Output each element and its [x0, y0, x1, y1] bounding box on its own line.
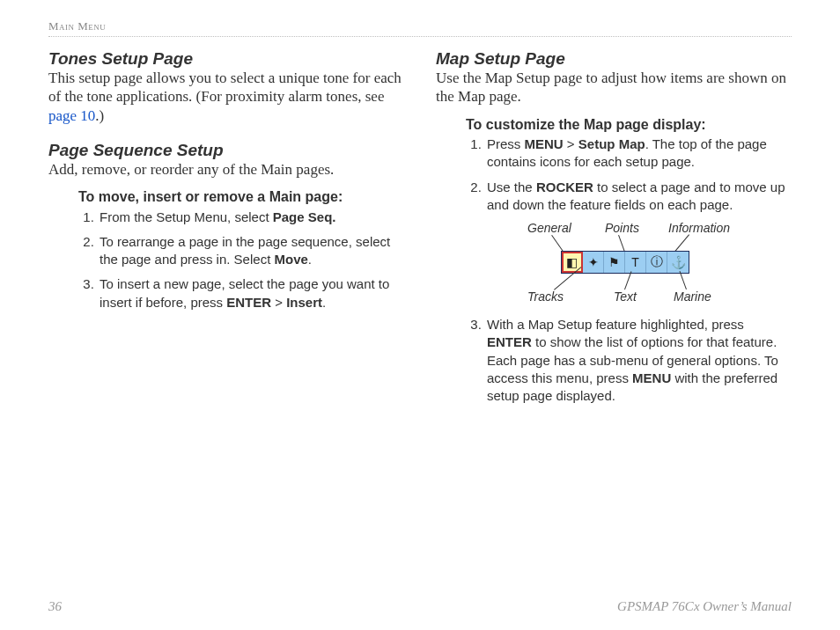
text: .)	[95, 107, 104, 124]
ui-term: MENU	[525, 136, 564, 151]
text: .	[322, 295, 326, 310]
procedure-steps: From the Setup Menu, select Page Seq. To…	[98, 209, 404, 311]
step: To insert a new page, select the page yo…	[98, 275, 404, 311]
ui-term: Move	[274, 252, 307, 267]
step: Use the ROCKER to select a page and to m…	[485, 179, 792, 215]
page-content: Main Menu Tones Setup Page This setup pa…	[48, 19, 792, 611]
text: >	[564, 136, 578, 151]
text: Use the	[487, 179, 536, 194]
step: With a Map Setup feature highlighted, pr…	[485, 316, 792, 405]
callout-line	[679, 271, 686, 289]
setup-map-toolbar-diagram: General Points Information ◧ ✦ ⚑ T ⓘ ⚓	[501, 221, 783, 305]
ui-term: MENU	[632, 370, 671, 385]
text: Press	[487, 136, 525, 151]
callout-line	[624, 271, 631, 289]
toolbar-icon-tracks: ✦	[583, 252, 604, 273]
toolbar-icon-points: ⚑	[604, 252, 625, 273]
step: To rearrange a page in the page sequence…	[98, 233, 404, 269]
ui-term: ROCKER	[536, 179, 593, 194]
manual-title: GPSMAP 76Cx Owner’s Manual	[617, 599, 792, 614]
procedure-heading: To customize the Map page display:	[466, 115, 792, 135]
ui-term: ENTER	[487, 334, 532, 349]
toolbar-icon-text: T	[625, 252, 646, 273]
section-heading-page-sequence: Page Sequence Setup	[48, 141, 404, 160]
procedure-steps-continued: With a Map Setup feature highlighted, pr…	[485, 316, 792, 405]
running-head: Main Menu	[48, 19, 792, 37]
ui-term: Setup Map	[578, 136, 645, 151]
ui-term: Insert	[286, 295, 322, 310]
callout-label-text: Text	[614, 289, 637, 304]
procedure-block: To customize the Map page display: Press…	[466, 115, 792, 406]
callout-label-points: Points	[605, 221, 639, 235]
left-column: Tones Setup Page This setup page allows …	[48, 44, 404, 405]
text: From the Setup Menu, select	[99, 209, 273, 224]
body-text: This setup page allows you to select a u…	[48, 69, 404, 125]
ui-term: ENTER	[226, 295, 271, 310]
ui-term: Page Seq.	[273, 209, 336, 224]
text: This setup page allows you to select a u…	[48, 70, 402, 105]
procedure-steps: Press MENU > Setup Map. The top of the p…	[485, 136, 792, 214]
body-text: Add, remove, or reorder any of the Main …	[48, 160, 404, 179]
setup-map-toolbar: ◧ ✦ ⚑ T ⓘ ⚓	[561, 251, 689, 274]
body-text: Use the Map Setup page to adjust how ite…	[436, 69, 792, 106]
callout-label-information: Information	[668, 221, 730, 235]
page-footer: 36 GPSMAP 76Cx Owner’s Manual	[48, 599, 792, 614]
step: Press MENU > Setup Map. The top of the p…	[485, 136, 792, 172]
two-column-layout: Tones Setup Page This setup page allows …	[48, 44, 792, 405]
section-heading-map-setup: Map Setup Page	[436, 49, 792, 69]
text: To rearrange a page in the page sequence…	[99, 234, 390, 267]
page-number: 36	[48, 599, 62, 614]
callout-label-marine: Marine	[674, 289, 711, 304]
toolbar-icon-information: ⓘ	[646, 252, 667, 273]
page-link[interactable]: page 10	[48, 107, 95, 124]
callout-label-general: General	[527, 221, 571, 235]
text: With a Map Setup feature highlighted, pr…	[487, 317, 744, 332]
callout-label-tracks: Tracks	[527, 289, 564, 304]
procedure-heading: To move, insert or remove a Main page:	[78, 187, 404, 207]
toolbar-icon-general: ◧	[562, 252, 583, 273]
procedure-block: To move, insert or remove a Main page: F…	[78, 187, 404, 311]
step: From the Setup Menu, select Page Seq.	[98, 209, 404, 226]
toolbar-icon-marine: ⚓	[667, 252, 689, 273]
right-column: Map Setup Page Use the Map Setup page to…	[436, 44, 792, 405]
text: .	[308, 252, 312, 267]
section-heading-tones: Tones Setup Page	[48, 49, 404, 69]
text: >	[271, 295, 286, 310]
